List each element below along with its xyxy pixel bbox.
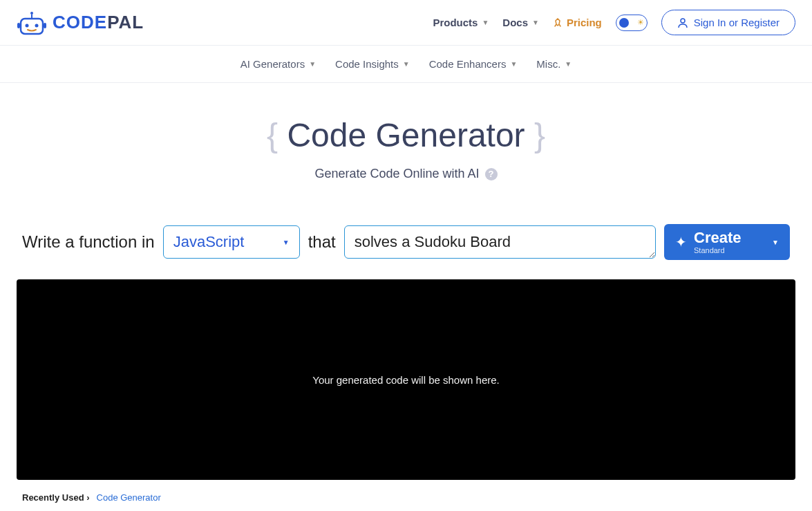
- svg-rect-6: [44, 23, 46, 28]
- nav-docs[interactable]: Docs▼: [502, 17, 539, 28]
- robot-icon: [17, 10, 47, 35]
- svg-rect-2: [21, 19, 43, 34]
- chevron-down-icon: ▼: [309, 60, 316, 68]
- brace-close: }: [534, 117, 545, 154]
- recently-used-link[interactable]: Code Generator: [97, 492, 161, 503]
- create-button[interactable]: ✦ Create Standard ▼: [664, 224, 790, 260]
- help-icon[interactable]: ?: [485, 168, 498, 180]
- user-icon: [677, 17, 688, 28]
- caret-down-icon: ▼: [772, 239, 779, 246]
- chevron-down-icon: ▼: [510, 60, 517, 68]
- nav-products[interactable]: Products▼: [433, 17, 489, 28]
- code-output: Your generated code will be shown here.: [17, 279, 795, 480]
- chevron-down-icon: ▼: [565, 60, 572, 68]
- svg-point-7: [681, 19, 685, 23]
- language-select[interactable]: JavaScript ▼: [163, 225, 300, 259]
- page-title: { Code Generator }: [17, 116, 795, 154]
- logo[interactable]: CODEPAL: [17, 10, 144, 35]
- signin-button[interactable]: Sign In or Register: [661, 10, 795, 35]
- svg-point-4: [35, 24, 39, 27]
- form-mid-label: that: [308, 232, 336, 252]
- sparkle-icon: ✦: [675, 234, 687, 250]
- prompt-input[interactable]: [344, 225, 656, 259]
- subnav: AI Generators▼ Code Insights▼ Code Enhan…: [0, 46, 812, 83]
- chevron-down-icon: ▼: [532, 19, 539, 26]
- recently-used-label: Recently Used ›: [22, 492, 90, 503]
- subnav-ai-generators[interactable]: AI Generators▼: [240, 58, 316, 70]
- svg-rect-5: [17, 23, 20, 28]
- nav-right: Products▼ Docs▼ Pricing ☀ Sign In or Reg…: [433, 10, 795, 35]
- subnav-code-insights[interactable]: Code Insights▼: [335, 58, 410, 70]
- toggle-dot: [619, 18, 629, 28]
- subnav-misc[interactable]: Misc.▼: [536, 58, 572, 70]
- chevron-down-icon: ▼: [403, 60, 410, 68]
- generator-form: Write a function in JavaScript ▼ that ✦ …: [17, 224, 795, 260]
- header: CODEPAL Products▼ Docs▼ Pricing ☀ Sign I…: [0, 0, 812, 46]
- subnav-code-enhancers[interactable]: Code Enhancers▼: [429, 58, 518, 70]
- nav-pricing[interactable]: Pricing: [553, 17, 602, 28]
- sun-icon: ☀: [637, 18, 644, 27]
- output-placeholder: Your generated code will be shown here.: [312, 374, 499, 386]
- rocket-icon: [553, 18, 563, 28]
- theme-toggle[interactable]: ☀: [616, 15, 648, 31]
- svg-point-0: [30, 12, 33, 15]
- form-prefix-label: Write a function in: [22, 232, 155, 252]
- logo-text: CODEPAL: [53, 12, 144, 33]
- main: { Code Generator } Generate Code Online …: [0, 83, 812, 511]
- chevron-down-icon: ▼: [482, 19, 489, 26]
- svg-point-3: [26, 24, 29, 27]
- recently-used: Recently Used › Code Generator: [17, 480, 795, 511]
- caret-down-icon: ▼: [283, 239, 290, 246]
- page-subtitle: Generate Code Online with AI ?: [17, 167, 795, 181]
- brace-open: {: [267, 117, 278, 154]
